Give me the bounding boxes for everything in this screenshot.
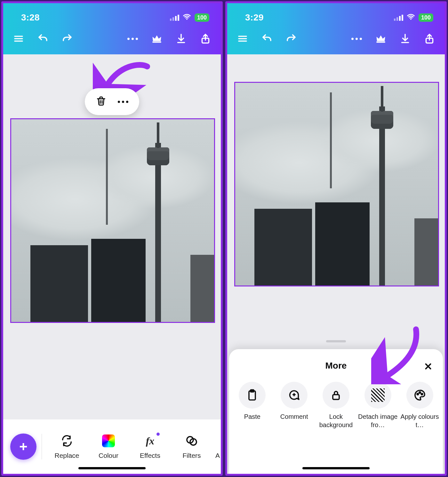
svg-point-10 xyxy=(419,392,420,393)
redo-icon[interactable] xyxy=(61,32,74,45)
svg-point-4 xyxy=(410,19,412,20)
tool-label: Filters xyxy=(182,452,201,459)
svg-rect-8 xyxy=(333,395,339,399)
sheet-item-label: Apply colours t… xyxy=(399,412,440,429)
tool-label: A xyxy=(215,452,220,459)
divider xyxy=(42,434,42,459)
sheet-item-comment[interactable]: Comment xyxy=(274,382,315,429)
close-button[interactable] xyxy=(422,360,435,373)
delete-button[interactable] xyxy=(96,96,107,108)
selected-image[interactable] xyxy=(234,82,439,286)
context-pill xyxy=(85,88,139,115)
sheet-item-lock[interactable]: Lock background xyxy=(316,382,357,429)
app-header: 3:28 100 xyxy=(3,3,221,54)
tool-filters[interactable]: Filters xyxy=(172,434,212,459)
filters-icon xyxy=(185,434,199,448)
status-bar: 3:28 100 xyxy=(3,9,221,24)
undo-icon[interactable] xyxy=(36,32,49,45)
wifi-icon xyxy=(182,12,191,23)
add-button[interactable] xyxy=(10,434,36,460)
download-icon[interactable] xyxy=(399,32,412,45)
detach-icon xyxy=(364,382,391,409)
wifi-icon xyxy=(406,12,415,23)
tool-overflow[interactable]: A xyxy=(213,434,222,459)
sheet-title: More xyxy=(325,361,347,371)
home-indicator xyxy=(78,467,146,469)
colour-icon xyxy=(101,434,116,448)
cellular-icon xyxy=(170,14,179,21)
sheet-item-detach[interactable]: Detach image fro… xyxy=(357,382,398,429)
status-bar: 3:29 100 xyxy=(227,9,445,24)
screenshot-right: 3:29 100 xyxy=(225,1,447,476)
menu-icon[interactable] xyxy=(236,32,249,45)
download-icon[interactable] xyxy=(175,32,188,45)
more-sheet: More Paste Comment xyxy=(229,349,443,474)
sheet-item-paste[interactable]: Paste xyxy=(232,382,273,429)
sheet-item-label: Detach image fro… xyxy=(357,412,398,429)
sheet-item-label: Lock background xyxy=(316,412,357,429)
svg-point-0 xyxy=(186,19,188,20)
share-icon[interactable] xyxy=(199,32,212,45)
redo-icon[interactable] xyxy=(285,32,298,45)
badge-icon xyxy=(156,433,160,436)
cellular-icon xyxy=(394,14,403,21)
lock-icon xyxy=(323,382,349,409)
share-icon[interactable] xyxy=(423,32,436,45)
tool-label: Effects xyxy=(140,452,160,459)
sheet-item-label: Paste xyxy=(244,412,260,421)
comment-icon xyxy=(281,382,308,409)
undo-icon[interactable] xyxy=(260,32,273,45)
replace-icon xyxy=(60,434,74,448)
menu-icon[interactable] xyxy=(12,32,25,45)
bottom-toolbar: Replace Colour fx Effects Filters xyxy=(3,419,221,474)
app-header: 3:29 100 xyxy=(227,3,445,54)
sheet-item-apply-colours[interactable]: Apply colours t… xyxy=(399,382,440,429)
sheet-grabber[interactable] xyxy=(326,340,346,342)
tool-effects[interactable]: fx Effects xyxy=(130,434,170,459)
battery-level: 100 xyxy=(195,13,209,22)
sheet-item-label: Comment xyxy=(280,412,308,421)
selected-image[interactable] xyxy=(10,118,215,323)
tool-label: Replace xyxy=(54,452,79,459)
svg-point-9 xyxy=(417,394,418,395)
crown-icon[interactable] xyxy=(374,32,387,45)
tool-colour[interactable]: Colour xyxy=(89,434,128,459)
crown-icon[interactable] xyxy=(150,32,163,45)
battery-level: 100 xyxy=(419,13,433,22)
svg-point-11 xyxy=(421,394,422,395)
tool-label: Colour xyxy=(99,452,118,459)
more-icon[interactable] xyxy=(350,32,363,45)
context-more-button[interactable] xyxy=(118,101,128,103)
more-icon[interactable] xyxy=(126,32,139,45)
home-indicator xyxy=(302,467,370,469)
effects-icon: fx xyxy=(143,434,157,448)
status-time: 3:29 xyxy=(245,12,264,23)
screenshot-left: 3:28 100 xyxy=(1,1,223,476)
tool-replace[interactable]: Replace xyxy=(47,434,87,459)
palette-icon xyxy=(406,382,433,409)
status-time: 3:28 xyxy=(21,12,40,23)
clipboard-icon xyxy=(239,382,266,409)
